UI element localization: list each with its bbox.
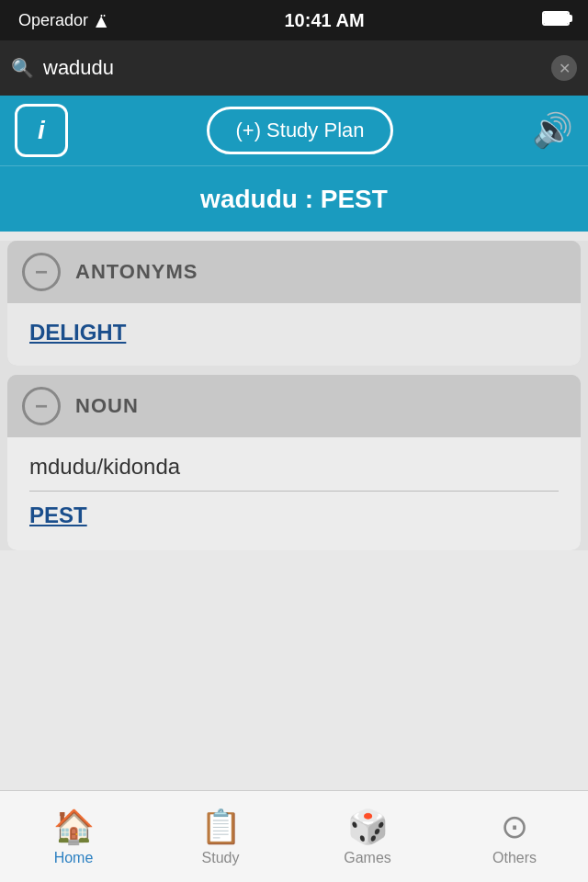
search-bar: 🔍 wadudu ✕	[0, 40, 588, 96]
noun-collapse-button[interactable]: −	[22, 387, 61, 425]
wifi-icon: ▲̈	[96, 12, 107, 29]
tab-others[interactable]: ⊙ Others	[441, 791, 588, 882]
content-area: − ANTONYMS DELIGHT − NOUN mdudu/kidonda …	[0, 241, 588, 550]
tab-home[interactable]: 🏠 Home	[0, 791, 147, 882]
speaker-button[interactable]: 🔊	[532, 111, 573, 150]
carrier-label: Operador	[18, 11, 88, 30]
antonyms-title: ANTONYMS	[75, 260, 198, 284]
speaker-icon: 🔊	[532, 111, 573, 149]
battery-indicator	[542, 11, 570, 30]
word-title: wadudu : PEST	[0, 165, 588, 232]
search-query[interactable]: wadudu	[43, 56, 542, 80]
tab-games[interactable]: 🎲 Games	[294, 791, 441, 882]
noun-section: − NOUN mdudu/kidonda PEST	[7, 375, 581, 550]
home-icon: 🏠	[53, 808, 95, 846]
study-plan-button[interactable]: (+) Study Plan	[207, 107, 392, 154]
noun-translation: mdudu/kidonda	[29, 454, 559, 492]
antonyms-section: − ANTONYMS DELIGHT	[7, 241, 581, 366]
tab-study[interactable]: 📋 Study	[147, 791, 294, 882]
time-label: 10:41 AM	[284, 10, 364, 31]
others-icon: ⊙	[501, 808, 528, 846]
antonyms-content: DELIGHT	[7, 303, 581, 366]
noun-word-pest[interactable]: PEST	[29, 503, 87, 527]
status-bar: Operador ▲̈ 10:41 AM	[0, 0, 588, 40]
antonyms-collapse-button[interactable]: −	[22, 253, 61, 291]
noun-title: NOUN	[75, 394, 139, 418]
tab-games-label: Games	[344, 850, 391, 866]
tab-home-label: Home	[54, 850, 94, 866]
search-icon: 🔍	[11, 57, 34, 79]
study-icon: 📋	[200, 808, 242, 846]
tab-bar: 🏠 Home 📋 Study 🎲 Games ⊙ Others	[0, 790, 588, 882]
noun-header[interactable]: − NOUN	[7, 375, 581, 437]
noun-content: mdudu/kidonda PEST	[7, 437, 581, 550]
antonyms-header[interactable]: − ANTONYMS	[7, 241, 581, 303]
info-button[interactable]: i	[15, 104, 68, 157]
tab-study-label: Study	[202, 850, 240, 866]
tab-others-label: Others	[492, 850, 537, 866]
toolbar: i (+) Study Plan 🔊	[0, 96, 588, 165]
antonym-word-delight[interactable]: DELIGHT	[29, 320, 126, 345]
games-icon: 🎲	[347, 808, 389, 846]
clear-search-button[interactable]: ✕	[551, 55, 577, 81]
